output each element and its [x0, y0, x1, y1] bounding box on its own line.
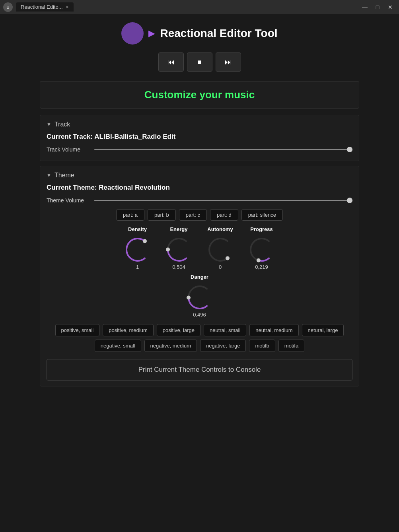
knob-danger-value: 0,496 — [193, 312, 206, 318]
knob-autonomy-value: 0 — [219, 264, 222, 270]
knob-progress-value: 0,219 — [255, 264, 268, 270]
print-button[interactable]: Print Current Theme Controls to Console — [47, 359, 352, 381]
minimize-button[interactable]: — — [359, 2, 370, 13]
knob-autonomy[interactable]: Autonomy0 — [204, 226, 236, 270]
knob-energy-label: Energy — [170, 226, 187, 232]
theme-section-title: Theme — [54, 172, 74, 179]
stim-button-5[interactable]: netural, large — [302, 324, 344, 336]
theme-section-header[interactable]: ▼ Theme — [47, 172, 352, 179]
stim-button-0[interactable]: positive, small — [55, 324, 100, 336]
app-logo — [121, 22, 144, 45]
knob-progress[interactable]: Progress0,219 — [246, 226, 278, 270]
knobs-row-2: Danger0,496 — [47, 274, 352, 318]
part-button-2[interactable]: part: c — [179, 209, 207, 221]
current-track-label: Current Track: ALIBI-Ballista_Radio Edit — [47, 133, 352, 141]
track-volume-label: Track Volume — [47, 146, 90, 153]
stim-button-10[interactable]: motifa — [278, 340, 304, 352]
app-title: Reactional Editor Tool — [160, 27, 277, 40]
knob-density-value: 1 — [136, 264, 139, 270]
svg-text:U: U — [7, 6, 10, 10]
stim-button-6[interactable]: negative, small — [95, 340, 141, 352]
knob-energy-value: 0,504 — [172, 264, 185, 270]
theme-arrow-icon: ▼ — [47, 173, 51, 178]
maximize-button[interactable]: □ — [372, 2, 383, 13]
knob-energy[interactable]: Energy0,504 — [163, 226, 195, 270]
stim-button-7[interactable]: negative, medium — [144, 340, 197, 352]
stop-button[interactable]: ■ — [187, 52, 212, 72]
stim-button-1[interactable]: positive, medium — [103, 324, 154, 336]
stim-button-3[interactable]: neutral, small — [204, 324, 246, 336]
svg-point-3 — [166, 247, 170, 251]
current-theme-label: Current Theme: Reactional Revolution — [47, 184, 352, 192]
close-window-button[interactable]: ✕ — [385, 2, 396, 13]
knob-density[interactable]: Density1 — [122, 226, 154, 270]
theme-volume-slider[interactable] — [94, 200, 352, 201]
part-button-1[interactable]: part: b — [148, 209, 176, 221]
stim-button-2[interactable]: positive, large — [157, 324, 200, 336]
svg-point-6 — [187, 296, 191, 300]
stim-button-4[interactable]: neutral, medium — [249, 324, 298, 336]
next-button[interactable]: ⏭ — [216, 52, 241, 72]
knob-progress-label: Progress — [250, 226, 272, 232]
track-arrow-icon: ▼ — [47, 122, 51, 127]
app-logo-small: U — [3, 2, 13, 12]
stim-button-9[interactable]: motifb — [249, 340, 275, 352]
customize-header: Customize your music — [40, 81, 359, 109]
svg-point-2 — [142, 239, 146, 243]
part-buttons-group: part: apart: bpart: cpart: dpart: silenc… — [47, 209, 352, 221]
track-volume-row: Track Volume — [47, 146, 352, 153]
track-section-header[interactable]: ▼ Track — [47, 121, 352, 128]
part-button-4[interactable]: part: silence — [241, 209, 283, 221]
knob-autonomy-label: Autonomy — [207, 226, 233, 232]
customize-header-text: Customize your music — [144, 89, 255, 101]
knob-density-label: Density — [128, 226, 147, 232]
svg-point-5 — [256, 258, 260, 262]
tab-label: Reactional Edito... — [21, 4, 63, 10]
track-section-title: Track — [54, 121, 70, 128]
transport-controls: ⏮ ■ ⏭ — [158, 52, 241, 72]
part-button-3[interactable]: part: d — [210, 209, 238, 221]
theme-volume-row: Theme Volume — [47, 197, 352, 204]
prev-button[interactable]: ⏮ — [158, 52, 184, 72]
window-controls: — □ ✕ — [359, 2, 396, 13]
knob-danger-label: Danger — [191, 274, 208, 280]
play-icon: ▶ — [148, 28, 155, 39]
theme-section: ▼ Theme Current Theme: Reactional Revolu… — [40, 166, 359, 386]
tab-reactional-editor[interactable]: Reactional Edito... × — [16, 2, 74, 12]
part-button-0[interactable]: part: a — [116, 209, 144, 221]
track-volume-slider[interactable] — [94, 149, 352, 150]
tab-close-icon[interactable]: × — [66, 4, 69, 10]
track-section: ▼ Track Current Track: ALIBI-Ballista_Ra… — [40, 115, 359, 161]
theme-volume-label: Theme Volume — [47, 197, 90, 204]
stim-button-8[interactable]: negative, large — [200, 340, 246, 352]
svg-point-4 — [225, 256, 229, 260]
main-content: ▶ Reactional Editor Tool ⏮ ■ ⏭ Customize… — [0, 14, 399, 403]
knobs-row-1: Density1Energy0,504Autonomy0Progress0,21… — [47, 226, 352, 270]
stim-buttons-group: positive, smallpositive, mediumpositive,… — [47, 324, 352, 352]
knob-danger[interactable]: Danger0,496 — [184, 274, 216, 318]
title-bar: U Reactional Edito... × — □ ✕ — [0, 0, 399, 14]
app-header: ▶ Reactional Editor Tool — [121, 22, 277, 45]
